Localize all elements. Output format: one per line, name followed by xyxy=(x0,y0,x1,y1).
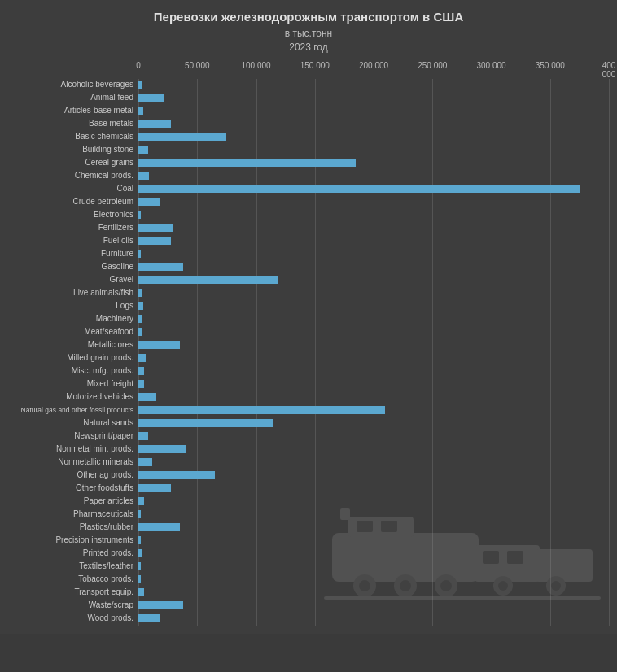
bar-track xyxy=(138,575,609,583)
bar-label: Fuel oils xyxy=(8,236,138,245)
bar-row: Logs xyxy=(8,300,609,312)
bar-fill xyxy=(138,276,278,284)
bar-row: Natural gas and other fossil products xyxy=(8,404,609,416)
bar-fill xyxy=(138,237,171,245)
bar-track xyxy=(138,406,609,414)
chart-container: Перевозки железнодорожным транспортом в … xyxy=(0,0,617,634)
bar-row: Misc. mfg. prods. xyxy=(8,365,609,377)
bar-fill xyxy=(138,159,356,167)
bar-row: Plastics/rubber xyxy=(8,521,609,533)
bar-fill xyxy=(138,497,144,505)
bar-label: Articles-base metal xyxy=(8,106,138,115)
bar-track xyxy=(138,94,609,102)
bar-track xyxy=(138,302,609,310)
bar-track xyxy=(138,549,609,557)
bar-label: Natural sands xyxy=(8,418,138,427)
chart-subtitle: в тыс.тонн 2023 год xyxy=(8,27,609,55)
bar-row: Crude petroleum xyxy=(8,196,609,207)
bar-fill xyxy=(138,575,141,583)
bar-label: Base metals xyxy=(8,119,138,128)
bar-fill xyxy=(138,198,160,206)
bar-track xyxy=(138,276,609,284)
bar-row: Mixed freight xyxy=(8,378,609,390)
bar-row: Milled grain prods. xyxy=(8,352,609,364)
bar-fill xyxy=(138,406,385,414)
bar-track xyxy=(138,614,609,622)
bar-track xyxy=(138,458,609,466)
bar-track xyxy=(138,185,609,193)
bar-row: Building stone xyxy=(8,144,609,155)
chart-body: Alcoholic beveragesAnimal feedArticles-b… xyxy=(8,79,609,626)
chart-area: 050 000100 000150 000200 000250 000300 0… xyxy=(8,61,609,626)
bar-track xyxy=(138,432,609,440)
bar-row: Nonmetallic minerals xyxy=(8,456,609,468)
bar-label: Coal xyxy=(8,184,138,193)
bar-row: Live animals/fish xyxy=(8,287,609,299)
bar-row: Motorized vehicles xyxy=(8,391,609,403)
bar-label: Fertilizers xyxy=(8,223,138,232)
bar-fill xyxy=(138,263,183,271)
bar-row: Meat/seafood xyxy=(8,326,609,338)
bar-label: Nonmetallic minerals xyxy=(8,457,138,466)
bar-track xyxy=(138,120,609,128)
x-axis-label: 0 xyxy=(136,61,141,70)
bar-label: Basic chemicals xyxy=(8,132,138,141)
x-axis-label: 400 000 xyxy=(602,61,616,79)
bar-fill xyxy=(138,120,171,128)
bar-track xyxy=(138,341,609,349)
bar-row: Articles-base metal xyxy=(8,105,609,116)
bar-row: Cereal grains xyxy=(8,157,609,168)
bar-label: Chemical prods. xyxy=(8,171,138,180)
bar-label: Nonmetal min. prods. xyxy=(8,444,138,453)
bar-row: Other ag prods. xyxy=(8,469,609,481)
bar-fill xyxy=(138,81,142,89)
bar-label: Paper articles xyxy=(8,496,138,505)
bar-row: Newsprint/paper xyxy=(8,430,609,442)
bar-track xyxy=(138,315,609,323)
bar-row: Animal feed xyxy=(8,92,609,103)
bar-fill xyxy=(138,536,141,544)
bar-fill xyxy=(138,146,148,154)
bar-label: Precision instruments xyxy=(8,535,138,544)
bar-fill xyxy=(138,172,149,180)
bar-row: Machinery xyxy=(8,313,609,325)
bar-fill xyxy=(138,107,143,115)
bar-label: Crude petroleum xyxy=(8,197,138,206)
bar-fill xyxy=(138,588,144,596)
bar-fill xyxy=(138,614,160,622)
bar-label: Milled grain prods. xyxy=(8,353,138,362)
bar-fill xyxy=(138,185,580,193)
bar-track xyxy=(138,536,609,544)
bar-label: Pharmaceuticals xyxy=(8,509,138,518)
bar-fill xyxy=(138,523,180,531)
bar-track xyxy=(138,484,609,492)
bar-fill xyxy=(138,94,164,102)
x-axis-label: 150 000 xyxy=(300,61,330,70)
bar-fill xyxy=(138,341,180,349)
bar-label: Waste/scrap xyxy=(8,600,138,609)
bar-track xyxy=(138,263,609,271)
bar-track xyxy=(138,497,609,505)
bar-track xyxy=(138,328,609,336)
bar-row: Precision instruments xyxy=(8,535,609,546)
bar-fill xyxy=(138,354,146,362)
bar-row: Paper articles xyxy=(8,495,609,507)
bar-label: Metallic ores xyxy=(8,340,138,349)
bar-track xyxy=(138,354,609,362)
bar-row: Printed prods. xyxy=(8,548,609,559)
bar-row: Furniture xyxy=(8,248,609,260)
bar-track xyxy=(138,393,609,401)
bar-fill xyxy=(138,393,156,401)
bar-row: Wood prods. xyxy=(8,613,609,624)
bar-track xyxy=(138,211,609,219)
bar-track xyxy=(138,237,609,245)
bar-track xyxy=(138,107,609,115)
bar-fill xyxy=(138,432,148,440)
bar-label: Natural gas and other fossil products xyxy=(8,406,138,414)
bar-label: Mixed freight xyxy=(8,379,138,388)
bar-label: Logs xyxy=(8,301,138,310)
bar-track xyxy=(138,198,609,206)
bar-fill xyxy=(138,224,173,232)
bar-track xyxy=(138,133,609,141)
bar-track xyxy=(138,510,609,518)
